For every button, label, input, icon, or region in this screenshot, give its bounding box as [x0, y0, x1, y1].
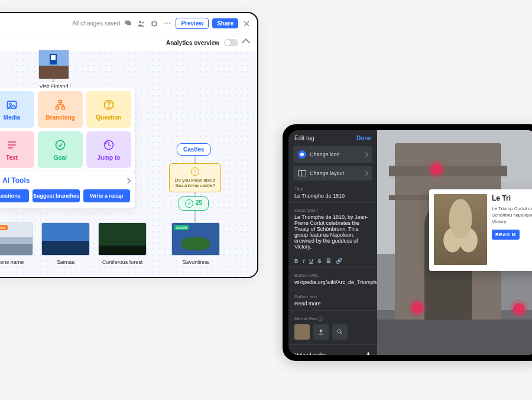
scene-card[interactable]: Saimaa [41, 222, 90, 265]
upload-audio-button[interactable]: Upload audio [288, 344, 377, 355]
scene-card[interactable]: Coniferous forest [98, 222, 147, 265]
scene-badge: entrance [0, 225, 8, 230]
url-field[interactable]: wikipedia.org/wiki/Arc_de_Triomphe [288, 278, 377, 289]
scene-thumb: castle [171, 222, 220, 256]
scene-badge: castle [174, 225, 189, 230]
buttontext-field[interactable]: Read more [288, 299, 377, 311]
element-goal[interactable]: Goal [38, 131, 83, 168]
analytics-bar: Analytics overview [0, 34, 257, 51]
scene-thumb [41, 222, 90, 256]
media-thumb[interactable] [294, 324, 310, 340]
search-media-button[interactable] [332, 324, 348, 340]
media-field-label: Media files ⓘ [288, 313, 377, 322]
editor-tablet: All changes saved ··· Preview Share Anal… [0, 12, 258, 278]
info-icon[interactable]: ⓘ [318, 316, 323, 321]
svg-point-0 [139, 21, 141, 23]
root-scene-thumb [38, 50, 69, 79]
title-field-label: Title [288, 184, 377, 192]
connector [194, 209, 196, 222]
preview-button[interactable]: Preview [176, 18, 209, 29]
popup-body: Le Triomp Cortot ce Schönbru Napoleon Vi… [492, 206, 532, 225]
chevron-right-icon [364, 152, 368, 157]
svg-rect-4 [59, 100, 62, 102]
comments-icon[interactable] [124, 19, 133, 28]
edit-tag-sidebar: Edit tag Done Change icon Change layout … [288, 130, 377, 355]
tag-color-icon [298, 150, 306, 159]
scene-label: Coniferous forest [98, 259, 147, 265]
info-popup: Le Tri Le Triomp Cortot ce Schönbru Napo… [429, 189, 532, 271]
change-icon-button[interactable]: Change icon [293, 146, 372, 163]
ai-tools-header[interactable]: AI Tools [0, 176, 130, 185]
chevron-right-icon [125, 178, 131, 183]
scene-label: Saimaa [41, 259, 90, 265]
ai-chip-questions[interactable]: e questions [0, 189, 29, 202]
scenes-row: entrance Scene name Saimaa Coniferous fo… [0, 222, 147, 265]
popup-title: Le Tri [492, 194, 532, 202]
question-icon [191, 167, 199, 176]
svg-point-8 [108, 107, 109, 107]
scene-viewport[interactable]: Le Tri Le Triomp Cortot ce Schönbru Napo… [377, 130, 532, 355]
save-status: All changes saved [72, 20, 120, 27]
rte-bold-icon[interactable]: B [294, 258, 299, 264]
change-layout-button[interactable]: Change layout [293, 166, 372, 180]
svg-point-11 [338, 330, 341, 333]
settings-icon[interactable] [150, 19, 159, 28]
url-field-label: Button URL [288, 270, 377, 278]
collaborators-icon[interactable] [137, 19, 146, 28]
rte-strike-icon[interactable]: S [318, 258, 322, 264]
ai-chip-recap[interactable]: Write a recap [83, 189, 130, 202]
done-button[interactable]: Done [356, 135, 371, 141]
element-text[interactable]: Text [0, 131, 34, 168]
scene-card[interactable]: entrance Scene name [0, 222, 33, 265]
question-node[interactable]: Do you know about Savonlinna castle? [169, 163, 221, 192]
hotspot-marker[interactable] [411, 302, 423, 314]
scene-card[interactable]: castle Savonlinna [171, 222, 220, 265]
svg-point-3 [9, 103, 11, 105]
description-field[interactable]: Le Triomphe de 1810, by Jean-Pierre Cort… [288, 213, 377, 253]
svg-point-1 [142, 21, 144, 23]
element-question[interactable]: Question [86, 91, 131, 128]
scene-thumb: entrance [0, 222, 33, 256]
sidebar-title: Edit tag [294, 135, 314, 141]
ai-tools-panel: AI Tools e questions Suggest branches Wr… [0, 172, 135, 208]
richtext-toolbar: B I U S ≣ 🔗 [288, 256, 377, 268]
rte-italic-icon[interactable]: I [303, 258, 305, 264]
scene-label: Scene name [0, 259, 33, 265]
close-icon[interactable] [242, 19, 251, 28]
title-field[interactable]: Le Triomphe de 1810 [288, 192, 377, 203]
element-branching[interactable]: Branching [38, 91, 83, 128]
buttontext-field-label: Button text [288, 292, 377, 299]
goal-node[interactable]: 25 [179, 196, 209, 211]
more-icon[interactable]: ··· [163, 19, 172, 28]
svg-rect-6 [62, 107, 65, 109]
upload-media-button[interactable] [313, 324, 329, 340]
hotspot-marker[interactable] [430, 163, 442, 175]
popup-image [434, 194, 487, 265]
scene-thumb [98, 222, 147, 256]
scene-label: Savonlinna [171, 259, 220, 265]
hotspot-marker[interactable] [513, 303, 525, 315]
media-row [288, 322, 377, 344]
layout-icon [298, 170, 306, 176]
svg-rect-5 [56, 107, 59, 109]
rte-link-icon[interactable]: 🔗 [336, 258, 342, 264]
analytics-toggle[interactable] [224, 39, 238, 46]
editor-topbar: All changes saved ··· Preview Share [0, 13, 257, 34]
element-jump[interactable]: Jump to [86, 131, 131, 168]
root-scene-node[interactable]: Visit Finland [27, 50, 80, 91]
branching-head-node[interactable]: Castles [177, 143, 211, 156]
viewer-tablet: Le Tri Le Triomp Cortot ce Schönbru Napo… [283, 124, 532, 361]
element-media[interactable]: Media [0, 91, 34, 128]
editor-canvas[interactable]: Visit Finland Media Branching Question T… [0, 51, 257, 277]
rte-list-icon[interactable]: ≣ [326, 258, 331, 264]
ai-chip-branches[interactable]: Suggest branches [33, 189, 79, 202]
svg-point-9 [56, 140, 65, 149]
chevron-right-icon [364, 171, 368, 176]
analytics-label: Analytics overview [166, 40, 219, 46]
popup-read-more-button[interactable]: READ M [492, 230, 520, 240]
description-field-label: Description [288, 205, 377, 213]
share-button[interactable]: Share [212, 18, 238, 28]
rte-underline-icon[interactable]: U [309, 258, 313, 264]
chevron-up-icon[interactable] [242, 38, 250, 47]
element-palette: Media Branching Question Text Goal Jump … [0, 88, 135, 172]
